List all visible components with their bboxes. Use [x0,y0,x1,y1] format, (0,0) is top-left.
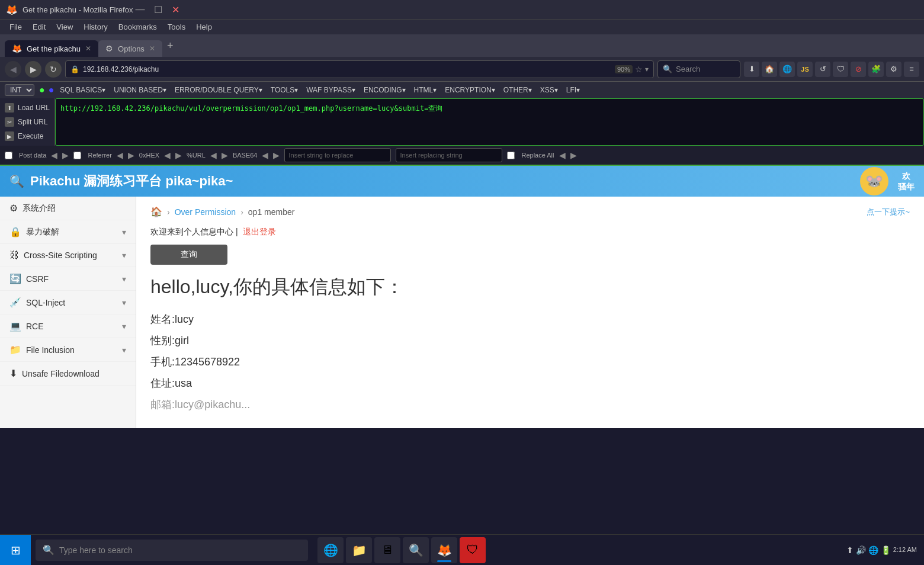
logout-link[interactable]: 退出登录 [243,227,276,237]
sidebar-item-fileinclusion-label: File Inclusion [26,345,75,355]
address-bar[interactable]: 🔒 192.168.42.236/pikachu 90% ☆ ▾ [65,60,654,78]
hackbar-encoding[interactable]: ENCODING▾ [360,85,409,95]
taskbar-firefox-button[interactable]: 🦊 [431,537,457,563]
0xhex-arrow-left[interactable]: ◀ [164,150,171,160]
menu-edit[interactable]: Edit [28,21,50,33]
hackbar-execute-button[interactable]: ▶ Execute [0,129,54,143]
insert-string-input[interactable] [284,148,391,162]
sqlinject-icon: 💉 [9,297,21,308]
replace-all-arrow-left[interactable]: ◀ [559,150,566,160]
referrer-arrow-right[interactable]: ▶ [128,150,134,160]
menu-bookmarks[interactable]: Bookmarks [114,21,162,33]
sidebar-item-fileinclusion[interactable]: 📁 File Inclusion ▾ [0,338,136,362]
hackbar-xss[interactable]: XSS▾ [537,85,562,95]
sidebar-item-filedownload[interactable]: ⬇ Unsafe Filedownload [0,362,136,386]
refresh-icon[interactable]: ↺ [815,62,830,77]
sidebar-item-intro[interactable]: ⚙ 系统介绍 [0,197,136,220]
hackbar-waf-bypass[interactable]: WAF BYPASS▾ [303,85,359,95]
tab-pikachu[interactable]: 🦊 Get the pikachu ✕ [5,40,98,57]
taskbar-search-box[interactable]: 🔍 Type here to search [36,540,308,561]
referrer-checkbox[interactable] [73,152,81,159]
breadcrumb-parent[interactable]: Over Permission [175,207,236,217]
hint-button[interactable]: 点一下提示~ [867,207,910,217]
hackbar-error-double[interactable]: ERROR/DOUBLE QUERY▾ [171,85,266,95]
tab-close-button[interactable]: ✕ [85,44,91,53]
filedownload-icon: ⬇ [9,368,17,379]
download-icon[interactable]: ⬇ [744,62,759,77]
hackbar-sql-basics[interactable]: SQL BASICS▾ [56,85,109,95]
post-data-arrow-left[interactable]: ◀ [51,150,57,160]
back-button[interactable]: ◀ [5,61,21,78]
referrer-arrow-left[interactable]: ◀ [117,150,123,160]
referrer-label: Referrer [88,152,111,159]
menu-button[interactable]: ≡ [904,62,919,77]
hackbar-lfi[interactable]: LFI▾ [563,85,583,95]
user-query-button[interactable]: 查询 [150,245,227,265]
js-icon[interactable]: JS [797,62,813,77]
adblock-icon[interactable]: ⊘ [851,62,866,77]
maximize-button[interactable]: ☐ [152,4,165,15]
menu-view[interactable]: View [52,21,78,33]
terminal-icon: 🖥 [381,543,393,557]
taskbar-edge-button[interactable]: 🌐 [317,537,344,563]
sidebar-item-xss[interactable]: ⛓ Cross-Site Scripting ▾ [0,244,136,267]
sidebar-item-sqlinject[interactable]: 💉 SQL-Inject ▾ [0,291,136,314]
hackbar-load-url-button[interactable]: ⬆ Load URL [0,101,54,115]
start-button[interactable]: ⊞ [0,535,31,566]
hackbar-union-based[interactable]: UNION BASED▾ [110,85,170,95]
hackbar-url-area: ⬆ Load URL ✂ Split URL ▶ Execute http://… [0,98,924,146]
home-icon[interactable]: 🏠 [762,62,777,77]
base64-arrow-left[interactable]: ◀ [262,150,268,160]
hackbar-int-select[interactable]: INT [5,84,34,96]
menu-file[interactable]: File [5,21,27,33]
taskbar-search-app-button[interactable]: 🔍 [403,537,429,563]
sidebar-item-bruteforce[interactable]: 🔒 暴力破解 ▾ [0,220,136,244]
encoding-base64-label: BASE64 [233,152,258,159]
close-button[interactable]: ✕ [169,4,182,15]
hackbar-url-input[interactable]: http://192.168.42.236/pikachu/vul/overpe… [55,98,924,146]
new-tab-button[interactable]: + [162,34,178,57]
nav-bar: ◀ ▶ ↻ 🔒 192.168.42.236/pikachu 90% ☆ ▾ 🔍… [0,57,924,82]
search-box[interactable]: 🔍 Search [657,60,740,78]
reload-button[interactable]: ↻ [45,61,62,78]
taskbar-firefox-icon: 🦊 [437,543,452,557]
breadcrumb-home-icon[interactable]: 🏠 [150,206,162,217]
minimize-button[interactable]: — [133,4,147,15]
menu-history[interactable]: History [79,21,112,33]
menu-help[interactable]: Help [191,21,217,33]
info-name: 姓名:lucy [150,312,910,326]
sidebar-item-rce[interactable]: 💻 RCE ▾ [0,314,136,338]
replace-all-checkbox[interactable] [507,152,515,159]
tab-options[interactable]: ⚙ Options ✕ [98,40,162,57]
hackbar-tools[interactable]: TOOLS▾ [267,85,301,95]
tab-options-close-button[interactable]: ✕ [149,44,155,53]
hackbar-encryption[interactable]: ENCRYPTION▾ [441,85,498,95]
url-arrow-left[interactable]: ◀ [210,150,217,160]
taskbar-search-app-icon: 🔍 [409,543,424,557]
burpsuite-icon: 🛡 [467,543,479,557]
hackbar-other[interactable]: OTHER▾ [500,85,535,95]
insert-replacing-input[interactable] [396,148,502,162]
post-data-checkbox[interactable] [5,152,12,159]
taskbar-files-button[interactable]: 📁 [346,537,372,563]
sidebar-item-bruteforce-label: 暴力破解 [26,227,59,237]
post-data-arrow-right[interactable]: ▶ [62,150,69,160]
taskbar-burpsuite-button[interactable]: 🛡 [460,537,486,563]
more-icon[interactable]: ⚙ [886,62,901,77]
forward-button[interactable]: ▶ [25,61,41,78]
replace-all-arrow-right[interactable]: ▶ [570,150,577,160]
sidebar-item-csrf[interactable]: 🔄 CSRF ▾ [0,267,136,291]
search-icon: 🔍 [663,65,672,73]
privacy-icon[interactable]: 🛡 [833,62,848,77]
extensions-icon[interactable]: 🌐 [779,62,795,77]
url-arrow-right[interactable]: ▶ [222,150,228,160]
menu-tools[interactable]: Tools [163,21,190,33]
0xhex-arrow-right[interactable]: ▶ [175,150,182,160]
extensions2-icon[interactable]: 🧩 [868,62,884,77]
base64-arrow-right[interactable]: ▶ [273,150,280,160]
taskbar-terminal-button[interactable]: 🖥 [374,537,400,563]
breadcrumb: 🏠 › Over Permission › op1 member 点一下提示~ [150,206,910,217]
hackbar-html[interactable]: HTML▾ [410,85,441,95]
hackbar-split-url-button[interactable]: ✂ Split URL [0,115,54,129]
lock-icon: 🔒 [9,226,21,237]
